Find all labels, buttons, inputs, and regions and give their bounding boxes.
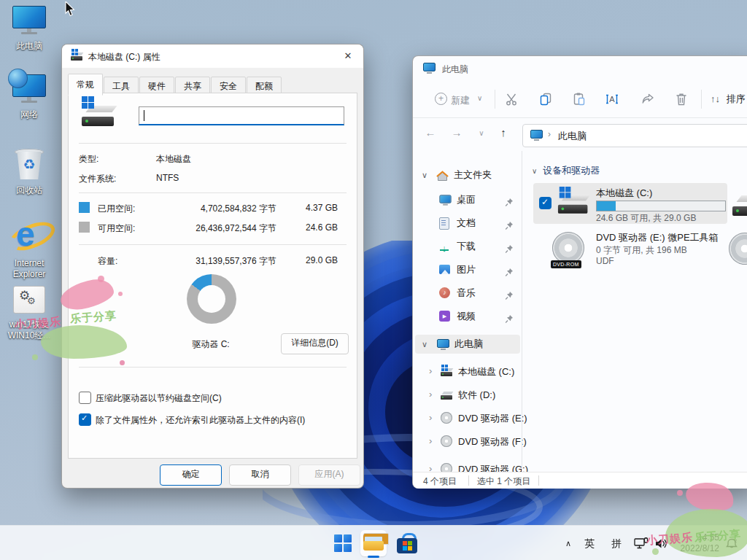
desktop-icon-this-pc[interactable]: 此电脑	[0, 6, 58, 52]
internet-explorer-icon: e	[10, 216, 48, 252]
divider	[79, 244, 347, 245]
sidebar-item-music[interactable]: ♪ 音乐	[413, 284, 522, 303]
status-divider	[468, 475, 469, 486]
apply-button[interactable]: 应用(A)	[298, 464, 360, 486]
dvd-f-icon-partial[interactable]	[727, 233, 747, 268]
breadcrumb[interactable]: 此电脑	[558, 130, 587, 143]
desktop-icon-label: 此电脑	[0, 41, 58, 52]
new-button[interactable]: + 新建 ∨	[435, 90, 486, 108]
dialog-tabs: 常规工具硬件共享安全配额	[68, 74, 282, 92]
sidebar-item-dvd-e[interactable]: › DVD 驱动器 (E:)	[413, 409, 522, 428]
sidebar-item-dvd-g[interactable]: › DVD 驱动器 (G:)	[413, 460, 522, 472]
group-header[interactable]: ∨设备和驱动器	[532, 164, 600, 177]
dvd-icon	[441, 435, 452, 447]
tab-general[interactable]: 常规	[68, 74, 103, 96]
properties-dialog: 本地磁盘 (C:) 属性 ✕ 常规工具硬件共享安全配额 类型: 本地磁盘 文件系…	[61, 44, 364, 489]
divider	[79, 367, 347, 368]
explorer-titlebar[interactable]: 此电脑	[413, 56, 747, 81]
rename-icon[interactable]: A	[604, 92, 619, 106]
taskbar-store-button[interactable]	[394, 530, 420, 556]
sidebar-item-label: DVD 驱动器 (E:)	[458, 409, 527, 428]
paste-icon[interactable]	[572, 92, 587, 106]
toolbar-divider	[701, 90, 702, 109]
sidebar-item-desktop[interactable]: 桌面	[413, 190, 522, 209]
used-space-bytes: 4,702,584,832 字节	[156, 203, 276, 215]
ime-language-indicator[interactable]: 英	[581, 526, 598, 560]
desktop-icon-label: Internet Explorer	[0, 258, 58, 280]
sidebar-item-pictures[interactable]: 图片	[413, 260, 522, 279]
toolbar-divider	[495, 90, 495, 109]
chevron-right-icon: ›	[429, 362, 432, 381]
sort-button[interactable]: ↑↓ 排序	[711, 93, 746, 106]
sidebar-item-home[interactable]: ∨ 主文件夹	[413, 166, 522, 184]
music-icon: ♪	[439, 287, 450, 298]
cancel-button[interactable]: 取消	[229, 464, 291, 486]
drive-c-usage-fill	[597, 201, 616, 211]
desktop-icon-win11-restore[interactable]: ⚙⚙ win11恢复 WIN10经...	[0, 286, 58, 341]
ok-button[interactable]: 确定	[160, 464, 222, 486]
notification-bell-icon[interactable]: z	[725, 537, 740, 560]
pin-icon	[505, 218, 514, 237]
back-icon[interactable]: ←	[422, 126, 439, 139]
sidebar-item-dvd-f[interactable]: › DVD 驱动器 (F:)	[413, 432, 522, 451]
taskbar-explorer-button[interactable]	[360, 530, 387, 556]
speaker-icon[interactable]	[654, 538, 668, 560]
details-button[interactable]: 详细信息(D)	[281, 333, 349, 354]
sidebar-item-drive-d[interactable]: › 软件 (D:)	[413, 386, 522, 405]
drive-d-icon-partial[interactable]	[732, 192, 747, 218]
sidebar-item-label: DVD 驱动器 (G:)	[458, 460, 528, 472]
volume-label-input[interactable]	[139, 106, 344, 125]
sidebar-item-label: 本地磁盘 (C:)	[458, 362, 514, 381]
sidebar-item-label: 音乐	[457, 284, 476, 303]
pin-icon	[505, 265, 514, 284]
drive-caption: 驱动器 C:	[163, 338, 258, 351]
capacity-label: 容量:	[98, 255, 117, 268]
sidebar-item-downloads[interactable]: ↓ 下载	[413, 237, 522, 256]
sidebar-item-videos[interactable]: ▶ 视频	[413, 307, 522, 326]
sidebar-item-label: 桌面	[457, 190, 476, 209]
address-bar[interactable]: › 此电脑	[522, 124, 747, 147]
network-icon[interactable]	[633, 537, 649, 560]
forward-icon[interactable]: →	[448, 126, 465, 139]
cut-icon[interactable]	[505, 92, 519, 106]
clock[interactable]: 14:55 2022/8/12	[668, 532, 719, 554]
desktop-icon-network[interactable]: 网络	[0, 74, 58, 120]
used-space-swatch	[79, 202, 90, 213]
sidebar-item-documents[interactable]: 文档	[413, 214, 522, 233]
pin-icon	[505, 288, 514, 307]
delete-icon[interactable]	[674, 92, 689, 106]
compress-checkbox-label[interactable]: 压缩此驱动器以节约磁盘空间(C)	[96, 392, 222, 405]
index-checkbox-label[interactable]: 除了文件属性外，还允许索引此驱动器上文件的内容(I)	[96, 414, 305, 427]
windows-logo-icon	[334, 534, 352, 552]
tray-chevron-icon[interactable]: ∧	[560, 526, 576, 560]
share-icon[interactable]	[640, 92, 655, 106]
chevron-down-icon[interactable]: ∨	[473, 129, 490, 137]
dialog-titlebar[interactable]: 本地磁盘 (C:) 属性 ✕	[62, 44, 363, 68]
computer-icon	[12, 6, 46, 35]
index-checkbox[interactable]	[79, 413, 91, 426]
capacity-bytes: 31,139,557,376 字节	[156, 255, 276, 268]
dialog-title: 本地磁盘 (C:) 属性	[88, 51, 160, 63]
desktop-icon-internet-explorer[interactable]: e Internet Explorer	[0, 216, 58, 280]
start-button[interactable]	[330, 530, 356, 556]
sidebar-item-this-pc[interactable]: ∨ 此电脑	[415, 335, 520, 354]
ime-mode-indicator[interactable]: 拼	[608, 526, 625, 560]
close-icon[interactable]: ✕	[338, 47, 357, 65]
pictures-icon	[439, 265, 450, 274]
explorer-statusbar: 4 个项目 选中 1 个项目	[413, 472, 747, 489]
type-label: 类型:	[79, 153, 98, 166]
desktop-icon-recycle-bin[interactable]: ♻ 回收站	[0, 146, 58, 196]
explorer-window: 此电脑 + 新建 ∨ A ↑↓ 排序 ←	[412, 55, 747, 489]
plus-icon: +	[435, 93, 447, 105]
checkbox-checked-icon[interactable]	[539, 197, 551, 209]
compress-checkbox[interactable]	[79, 392, 91, 404]
up-icon[interactable]: ↑	[495, 126, 512, 139]
dvd-e-item[interactable]: DVD-ROM DVD 驱动器 (E:) 微PE工具箱 0 字节 可用, 共 1…	[533, 228, 727, 272]
drive-c-item[interactable]: 本地磁盘 (C:) 24.6 GB 可用, 共 29.0 GB	[533, 183, 727, 224]
usage-donut	[187, 274, 236, 324]
documents-icon	[439, 217, 449, 230]
sidebar-item-drive-c[interactable]: › 本地磁盘 (C:)	[413, 362, 522, 381]
sidebar-item-label: 文档	[457, 214, 476, 233]
copy-icon[interactable]	[538, 92, 553, 106]
folder-icon	[363, 534, 384, 551]
